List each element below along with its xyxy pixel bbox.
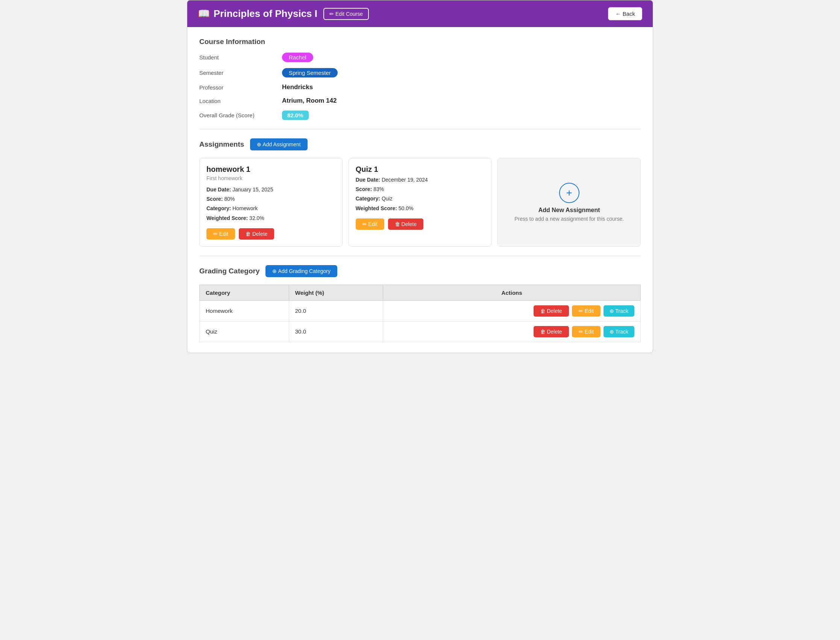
assignment-2-details: Due Date: December 19, 2024 Score: 83% C…	[356, 175, 485, 213]
assignment-1-actions: ✏ Edit 🗑 Delete	[206, 228, 335, 240]
col-category: Category	[200, 285, 289, 301]
add-assignment-button[interactable]: ⊕ Add Assignment	[250, 138, 307, 150]
row-1-actions: 🗑 Delete ✏ Edit ⊕ Track	[383, 301, 641, 321]
row-2-weight: 30.0	[289, 321, 383, 342]
grade-badge: 82.0%	[282, 110, 309, 120]
assignment-1-desc: First homework	[206, 175, 335, 181]
assignment-1-category: Homework	[232, 205, 258, 211]
location-label: Location	[199, 98, 282, 104]
assignment-1-name: homework 1	[206, 165, 335, 174]
row-1-delete-button[interactable]: 🗑 Delete	[534, 306, 569, 317]
semester-badge: Spring Semester	[282, 68, 338, 77]
student-badge: Rachel	[282, 53, 313, 62]
assignment-1-weighted-score: 32.0%	[249, 215, 264, 221]
header: 📖 Principles of Physics I ✏ Edit Course …	[187, 0, 653, 27]
professor-label: Professor	[199, 84, 282, 91]
student-value: Rachel	[282, 53, 641, 62]
header-left: 📖 Principles of Physics I ✏ Edit Course	[198, 8, 369, 20]
row-1-category: Homework	[200, 301, 289, 321]
assignment-1-due-date: January 15, 2025	[232, 187, 273, 192]
assignments-grid: homework 1 First homework Due Date: Janu…	[199, 158, 641, 247]
add-new-assignment-card[interactable]: + Add New Assignment Press to add a new …	[498, 158, 641, 247]
grading-table-head: Category Weight (%) Actions	[200, 285, 641, 301]
divider-2	[199, 256, 641, 256]
assignment-2-due-date: December 19, 2024	[382, 177, 428, 183]
grading-table-body: Homework 20.0 🗑 Delete ✏ Edit ⊕ Track Qu…	[200, 301, 641, 342]
add-new-icon: +	[559, 183, 579, 203]
assignment-2-actions: ✏ Edit 🗑 Delete	[356, 218, 485, 230]
add-new-title: Add New Assignment	[538, 207, 600, 214]
course-info-title: Course Information	[199, 38, 641, 46]
semester-label: Semester	[199, 70, 282, 76]
book-icon: 📖	[198, 8, 210, 19]
main-content: Course Information Student Rachel Semest…	[187, 27, 653, 353]
row-2-actions: 🗑 Delete ✏ Edit ⊕ Track	[383, 321, 641, 342]
location-value: Atrium, Room 142	[282, 97, 641, 104]
assignments-header: Assignments ⊕ Add Assignment	[199, 138, 641, 150]
divider-1	[199, 129, 641, 130]
assignment-2-category: Quiz	[382, 195, 392, 202]
row-2-track-button[interactable]: ⊕ Track	[603, 326, 634, 337]
assignment-1-edit-button[interactable]: ✏ Edit	[206, 228, 235, 240]
assignment-2-edit-button[interactable]: ✏ Edit	[356, 218, 384, 230]
row-2-action-buttons: 🗑 Delete ✏ Edit ⊕ Track	[389, 326, 634, 337]
table-row: Homework 20.0 🗑 Delete ✏ Edit ⊕ Track	[200, 301, 641, 321]
assignment-1-details: Due Date: January 15, 2025 Score: 80% Ca…	[206, 185, 335, 223]
overall-grade-value: 82.0%	[282, 110, 641, 120]
grading-table-header-row: Category Weight (%) Actions	[200, 285, 641, 301]
row-1-edit-button[interactable]: ✏ Edit	[572, 306, 600, 317]
assignments-section: Assignments ⊕ Add Assignment homework 1 …	[199, 138, 641, 247]
row-1-track-button[interactable]: ⊕ Track	[603, 306, 634, 317]
add-grading-category-button[interactable]: ⊕ Add Grading Category	[266, 265, 337, 277]
row-2-category: Quiz	[200, 321, 289, 342]
course-information-section: Course Information Student Rachel Semest…	[199, 38, 641, 120]
semester-value: Spring Semester	[282, 68, 641, 77]
assignment-2-delete-button[interactable]: 🗑 Delete	[388, 218, 423, 230]
overall-grade-label: Overall Grade (Score)	[199, 112, 282, 118]
assignment-card-2: Quiz 1 Due Date: December 19, 2024 Score…	[349, 158, 492, 247]
grading-table: Category Weight (%) Actions Homework 20.…	[199, 285, 641, 342]
add-new-desc: Press to add a new assignment for this c…	[514, 216, 624, 222]
row-2-edit-button[interactable]: ✏ Edit	[572, 326, 600, 337]
assignments-title: Assignments	[199, 140, 244, 149]
row-2-delete-button[interactable]: 🗑 Delete	[534, 326, 569, 337]
assignment-2-weighted-score: 50.0%	[398, 205, 414, 211]
col-actions: Actions	[383, 285, 641, 301]
grading-category-section: Grading Category ⊕ Add Grading Category …	[199, 265, 641, 342]
page-title: 📖 Principles of Physics I	[198, 8, 317, 19]
professor-value: Hendricks	[282, 83, 641, 91]
course-title: Principles of Physics I	[214, 8, 317, 19]
grading-section-header: Grading Category ⊕ Add Grading Category	[199, 265, 641, 277]
row-1-weight: 20.0	[289, 301, 383, 321]
grading-title: Grading Category	[199, 267, 259, 275]
student-label: Student	[199, 54, 282, 61]
back-button[interactable]: ← Back	[608, 7, 642, 20]
table-row: Quiz 30.0 🗑 Delete ✏ Edit ⊕ Track	[200, 321, 641, 342]
assignment-card-1: homework 1 First homework Due Date: Janu…	[199, 158, 342, 247]
edit-course-button[interactable]: ✏ Edit Course	[323, 8, 369, 20]
col-weight: Weight (%)	[289, 285, 383, 301]
assignment-1-delete-button[interactable]: 🗑 Delete	[239, 228, 274, 240]
row-1-action-buttons: 🗑 Delete ✏ Edit ⊕ Track	[389, 306, 634, 317]
assignment-1-score: 80%	[224, 196, 235, 202]
course-info-grid: Student Rachel Semester Spring Semester …	[199, 53, 641, 120]
assignment-2-score: 83%	[373, 186, 384, 192]
assignment-2-name: Quiz 1	[356, 165, 485, 174]
